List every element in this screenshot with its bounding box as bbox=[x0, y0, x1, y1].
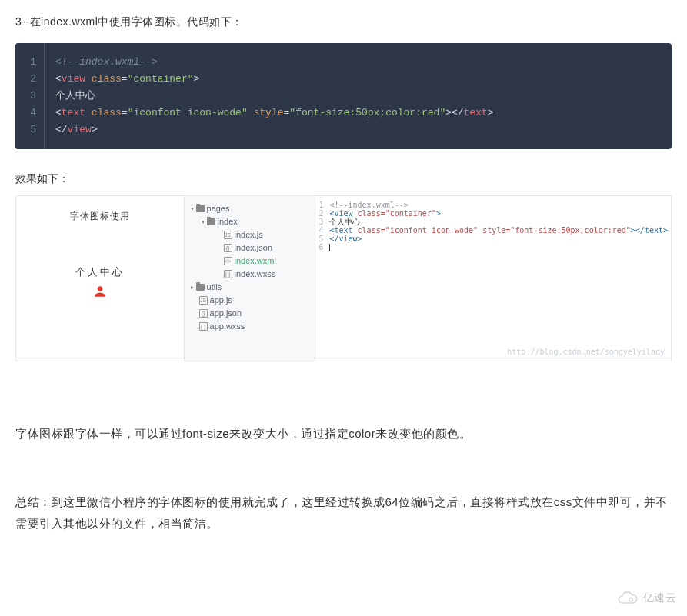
js-file-icon: JS bbox=[224, 231, 232, 239]
tree-item-index-wxss[interactable]: { }index.wxss bbox=[188, 268, 312, 281]
editor-pane: 1 2 3 4 5 6 <!--index.wxml--> <view clas… bbox=[315, 196, 671, 361]
paragraph-1: 字体图标跟字体一样，可以通过font-size来改变大小，通过指定color来改… bbox=[15, 423, 672, 445]
folder-icon bbox=[207, 218, 215, 225]
ide-figure: 字体图标使用 ••• 个人中心 ▾pages▾indexJSindex.js{}… bbox=[15, 195, 672, 361]
tree-item-label: index.wxml bbox=[235, 255, 276, 267]
tree-item-index-js[interactable]: JSindex.js bbox=[188, 228, 312, 241]
folder-icon bbox=[196, 284, 205, 291]
intro-text: 3--在index.wxml中使用字体图标。代码如下： bbox=[15, 15, 672, 29]
tree-item-label: app.js bbox=[210, 295, 232, 306]
tree-item-index-wxml[interactable]: <>index.wxml bbox=[188, 255, 312, 268]
simulator-body: 个人中心 bbox=[27, 265, 173, 299]
wxml-file-icon: <> bbox=[224, 257, 232, 265]
tree-item-app-json[interactable]: {}app.json bbox=[188, 307, 312, 320]
tree-item-label: pages bbox=[207, 203, 230, 215]
paragraph-2: 总结：到这里微信小程序的字体图标的使用就完成了，这里经过转换成64位编码之后，直… bbox=[15, 491, 672, 535]
tree-item-label: index.wxss bbox=[235, 268, 276, 280]
chevron-down-icon[interactable]: ▾ bbox=[202, 216, 205, 228]
json-file-icon: {} bbox=[224, 244, 232, 252]
tree-item-label: app.json bbox=[210, 308, 242, 319]
code-block-main: 1 2 3 4 5 <!--index.wxml--> <view class=… bbox=[15, 43, 672, 149]
chevron-down-icon[interactable]: ▾ bbox=[191, 203, 194, 215]
simulator-label: 个人中心 bbox=[27, 265, 173, 279]
editor-code: <!--index.wxml--> <view class="container… bbox=[329, 201, 668, 356]
code-content: <!--index.wxml--> <view class="container… bbox=[45, 43, 672, 149]
cursor-icon bbox=[329, 244, 330, 251]
tree-item-app-js[interactable]: JSapp.js bbox=[188, 294, 312, 307]
tree-item-index[interactable]: ▾index bbox=[188, 215, 312, 228]
file-tree-pane: ▾pages▾indexJSindex.js{}index.json<>inde… bbox=[185, 196, 316, 361]
code-gutter: 1 2 3 4 5 bbox=[15, 43, 45, 149]
tree-item-label: index bbox=[218, 216, 238, 228]
tree-item-label: index.json bbox=[235, 242, 273, 254]
result-label: 效果如下： bbox=[15, 172, 672, 186]
person-icon bbox=[92, 284, 108, 299]
tree-item-pages[interactable]: ▾pages bbox=[188, 202, 312, 215]
editor-gutter: 1 2 3 4 5 6 bbox=[318, 201, 329, 356]
tree-item-utils[interactable]: ▸utils bbox=[188, 281, 312, 294]
wxss-file-icon: { } bbox=[224, 270, 232, 278]
tree-item-label: utils bbox=[207, 281, 222, 293]
tree-item-label: app.wxss bbox=[210, 321, 245, 332]
tree-item-index-json[interactable]: {}index.json bbox=[188, 241, 312, 255]
tree-item-app-wxss[interactable]: { }app.wxss bbox=[188, 320, 312, 333]
folder-icon bbox=[196, 205, 205, 212]
wxss-file-icon: { } bbox=[199, 322, 208, 331]
simulator-title: 字体图标使用 bbox=[70, 210, 130, 223]
chevron-right-icon[interactable]: ▸ bbox=[191, 281, 194, 293]
tree-item-label: index.js bbox=[235, 229, 263, 241]
simulator-header: 字体图标使用 ••• bbox=[27, 210, 173, 223]
json-file-icon: {} bbox=[199, 309, 208, 318]
simulator-pane: 字体图标使用 ••• 个人中心 bbox=[16, 196, 185, 361]
watermark-text: http://blog.csdn.net/songyelyilady bbox=[507, 348, 665, 356]
js-file-icon: JS bbox=[199, 296, 208, 305]
